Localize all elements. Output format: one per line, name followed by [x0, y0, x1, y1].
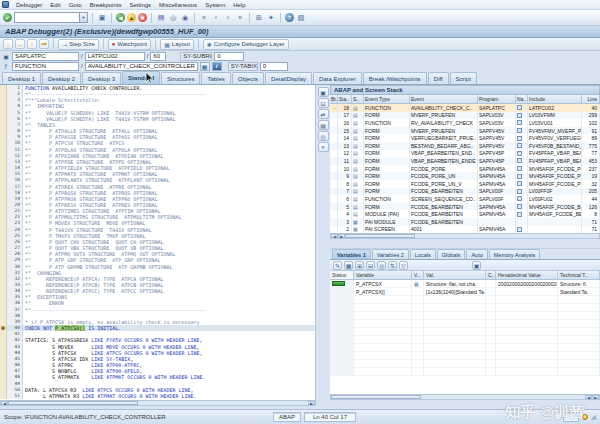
navigation-icon[interactable] — [517, 105, 522, 110]
scrollbar-track[interactable] — [415, 234, 599, 238]
find-icon[interactable]: ◎ — [168, 13, 178, 23]
variable-row[interactable] — [330, 296, 600, 304]
step-size-button[interactable]: ⇢Step Size — [58, 39, 99, 50]
continue-icon[interactable]: ⇒ — [39, 39, 49, 49]
navigation-icon[interactable] — [517, 143, 522, 148]
change-variable-icon[interactable]: ✎ — [333, 261, 342, 270]
stack-row[interactable]: 2▦PAI SCREEN4001SAPMV45A71 — [330, 226, 600, 234]
variable-row[interactable]: P_ATPCSX▦Structure: flat, not cha.200020… — [330, 280, 600, 288]
step-over-icon[interactable]: → — [15, 39, 25, 49]
tab-auto[interactable]: Auto — [466, 249, 487, 259]
variable-row[interactable] — [330, 312, 600, 320]
event-name-field[interactable]: AVAILABILITY_CHECK_CONTROLLER — [85, 62, 198, 71]
page-up-icon[interactable]: ‹ — [211, 13, 221, 23]
stack-row[interactable]: 14▤FORMVERFUEGBARKEIT_PRUE..SAPFV45VFV45… — [330, 134, 600, 142]
tab-standard[interactable]: Standard — [122, 71, 160, 84]
editor-hscrollbar[interactable]: ◀ ▶ — [0, 400, 316, 406]
stack-row[interactable]: 10▤FORMFCODE_PORESAPMV45AMV45AF0F_FCODE_… — [330, 165, 600, 173]
scroll-left-icon[interactable]: ◀ — [585, 395, 592, 399]
scrollbar-thumb[interactable] — [345, 234, 415, 238]
new-session-icon[interactable]: ⊞ — [254, 13, 264, 23]
variable-row[interactable] — [330, 360, 600, 368]
menu-miscellaneous[interactable]: Miscellaneous — [155, 2, 201, 8]
navigation-icon[interactable] — [517, 196, 522, 201]
tab-diff[interactable]: Diff — [428, 72, 449, 84]
navigation-icon[interactable] — [517, 204, 522, 209]
program-field[interactable]: SAPLATPC — [12, 52, 79, 61]
tab-detaildisplay[interactable]: DetailDisplay — [265, 72, 312, 84]
tab-desktop-1[interactable]: Desktop 1 — [2, 72, 41, 84]
navigation-icon[interactable] — [517, 212, 522, 217]
stack-row[interactable]: 13▤FORMBESTAND_BEDARF_ABG..SAPFV45VFV45V… — [330, 142, 600, 150]
stack-column-bt[interactable]: Bt.. — [330, 95, 338, 103]
tab-variables-2[interactable]: Variables 2 — [372, 249, 409, 259]
stack-column-line[interactable]: Line — [582, 95, 600, 103]
tab-variables-1[interactable]: Variables 1 — [332, 249, 371, 259]
stack-row[interactable]: 17▤FORMMVERF_PRUEFENSAPLV03VLV03VFMM299 — [330, 112, 600, 120]
variable-row[interactable] — [330, 344, 600, 352]
first-page-icon[interactable]: « — [199, 13, 209, 23]
stack-row[interactable]: 6▤FUNCTIONSCREEN_SEQUENCE_CO..SAPLV00FLV… — [330, 195, 600, 203]
configure-debugger-layer-button[interactable]: ✱Configure Debugger Layer — [203, 39, 289, 50]
tab-structures[interactable]: Structures — [161, 72, 200, 84]
navigation-icon[interactable] — [517, 136, 522, 141]
step-into-icon[interactable]: ↓ — [3, 39, 13, 49]
stack-column-s[interactable]: S.. — [352, 95, 364, 103]
insert-variable-icon[interactable]: ⊞ — [355, 261, 364, 270]
tab-script[interactable]: Script — [450, 72, 477, 84]
stack-row[interactable]: 8▤FORMFCODE_PORE_UN_VSAPMV45AMV45AF0F_FC… — [330, 180, 600, 188]
tab-desktop-3[interactable]: Desktop 3 — [82, 72, 121, 84]
stack-column-include[interactable]: Include — [528, 95, 582, 103]
services-tool-icon[interactable]: ▤ — [318, 120, 329, 130]
variables-column-technical-t[interactable]: Technical T.. — [558, 271, 600, 279]
variables-column-variable[interactable]: Variable — [354, 271, 412, 279]
include-field[interactable]: LATPCU02 — [85, 52, 145, 61]
info-button[interactable]: i — [212, 62, 222, 71]
scroll-right-icon[interactable]: ▶ — [592, 395, 599, 399]
layout-button[interactable]: ▦Layout — [160, 39, 194, 50]
tab-objects[interactable]: Objects — [232, 72, 264, 84]
scrollbar-thumb[interactable] — [8, 401, 138, 405]
variables-column-status[interactable]: Status — [330, 271, 354, 279]
variable-row[interactable] — [330, 352, 600, 360]
variables-column-v[interactable]: V.. — [412, 271, 424, 279]
display-source-button[interactable]: ▦ — [200, 62, 210, 71]
step-return-icon[interactable]: ↑ — [27, 39, 37, 49]
stack-row[interactable]: 7▤FORMFCODE_BEARBEITENSAPLV00FLV00FF0F20… — [330, 188, 600, 196]
tab-globals[interactable]: Globals — [437, 249, 466, 259]
tab-break-watchpoints[interactable]: Break./Watchpoints — [363, 72, 427, 84]
stack-row[interactable]: 16▤FUNCTIONRV_AVAILABILITY_CHECKSAPLV03V… — [330, 119, 600, 127]
page-down-icon[interactable]: › — [223, 13, 233, 23]
variables-column-val[interactable]: Val. — [424, 271, 486, 279]
scroll-left-icon[interactable]: ◀ — [331, 234, 338, 238]
display-table-icon[interactable]: ▦ — [344, 261, 353, 270]
navigation-icon[interactable] — [517, 174, 522, 179]
stack-row[interactable]: 5▤FORMFCODE_BEARBEITENSAPMV45AMV45AF0F_F… — [330, 203, 600, 211]
menu-debugger[interactable]: Debugger — [12, 2, 46, 8]
scrollbar-track[interactable] — [421, 395, 585, 399]
stack-column-na[interactable]: Na.. — [516, 95, 528, 103]
breakpoint-icon[interactable] — [1, 326, 5, 330]
stack-row[interactable]: 12▤FORMVBAP_BEARBEITEN_END..SAPFV45PFV45… — [330, 150, 600, 158]
stack-column-program[interactable]: Program — [478, 95, 516, 103]
variables-column-c[interactable]: C.. — [486, 271, 496, 279]
stack-row[interactable]: 9▤FORMFCODE_PORE_UNSAPMV45AMV45AF0F_FCOD… — [330, 172, 600, 180]
navigation-icon[interactable] — [517, 158, 522, 163]
enter-icon[interactable]: ✔ — [3, 13, 12, 22]
breakpoint-gutter-cell[interactable] — [0, 393, 7, 399]
navigation-icon[interactable] — [517, 166, 522, 171]
navigation-icon[interactable] — [517, 120, 522, 125]
cancel-icon[interactable]: ✖ — [138, 13, 147, 22]
menu-help[interactable]: Help — [229, 2, 249, 8]
stack-column-event-type[interactable]: Event Type — [364, 95, 410, 103]
scroll-left-icon[interactable]: ◀ — [1, 401, 8, 405]
tab-memory-analysis[interactable]: Memory Analysis — [489, 249, 541, 259]
navigation-icon[interactable] — [517, 113, 522, 118]
swap-tool-icon[interactable]: ⇄ — [318, 109, 329, 119]
watchpoint-button[interactable]: ●Watchpoint — [108, 39, 151, 50]
stack-row[interactable]: 3▦PAI MODULEFCODE_BEARBEITEN71 — [330, 218, 600, 226]
scrollbar-track[interactable] — [138, 401, 308, 405]
navigation-icon[interactable] — [517, 227, 522, 232]
save-icon[interactable]: ▣ — [97, 13, 107, 23]
menu-system[interactable]: System — [201, 2, 229, 8]
